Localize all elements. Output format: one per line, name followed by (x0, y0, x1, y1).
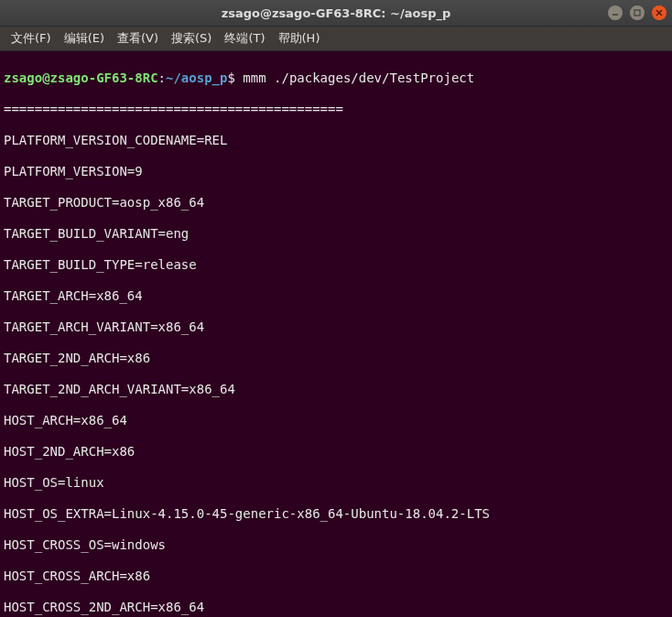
env-line: HOST_CROSS_ARCH=x86 (4, 568, 668, 584)
terminal-area[interactable]: zsago@zsago-GF63-8RC:~/aosp_p$ mmm ./pac… (0, 51, 672, 617)
minimize-button[interactable] (608, 5, 623, 20)
prompt-colon: : (158, 70, 166, 85)
env-line: HOST_CROSS_2ND_ARCH=x86_64 (4, 600, 668, 615)
separator-top: ========================================… (4, 102, 668, 117)
env-line: HOST_CROSS_OS=windows (4, 537, 668, 553)
menu-view[interactable]: 查看(V) (112, 28, 164, 49)
menu-file[interactable]: 文件(F) (5, 28, 57, 49)
env-line: TARGET_2ND_ARCH=x86 (4, 351, 668, 366)
prompt-dollar: $ (227, 70, 234, 85)
env-line: TARGET_ARCH_VARIANT=x86_64 (4, 319, 668, 335)
maximize-button[interactable] (630, 5, 645, 20)
close-button[interactable] (652, 5, 667, 20)
env-line: PLATFORM_VERSION_CODENAME=REL (4, 133, 668, 148)
window-controls (608, 5, 667, 20)
titlebar: zsago@zsago-GF63-8RC: ~/aosp_p (0, 0, 672, 27)
env-line: TARGET_ARCH=x86_64 (4, 288, 668, 304)
env-line: TARGET_2ND_ARCH_VARIANT=x86_64 (4, 382, 668, 397)
env-line: TARGET_PRODUCT=aosp_x86_64 (4, 195, 668, 211)
env-line: TARGET_BUILD_TYPE=release (4, 257, 668, 273)
prompt-path: ~/aosp_p (166, 70, 227, 85)
env-line: HOST_OS_EXTRA=Linux-4.15.0-45-generic-x8… (4, 506, 668, 522)
terminal-line: zsago@zsago-GF63-8RC:~/aosp_p$ mmm ./pac… (4, 70, 668, 86)
menu-search[interactable]: 搜索(S) (166, 28, 217, 49)
env-line: TARGET_BUILD_VARIANT=eng (4, 226, 668, 242)
command-text: mmm ./packages/dev/TestProject (243, 70, 474, 85)
menu-terminal[interactable]: 终端(T) (219, 28, 270, 49)
menu-help[interactable]: 帮助(H) (273, 28, 326, 49)
env-line: HOST_OS=linux (4, 475, 668, 491)
prompt-userhost: zsago@zsago-GF63-8RC (4, 70, 158, 85)
window-title: zsago@zsago-GF63-8RC: ~/aosp_p (222, 6, 451, 20)
menu-edit[interactable]: 编辑(E) (59, 28, 110, 49)
env-line: PLATFORM_VERSION=9 (4, 164, 668, 179)
env-line: HOST_ARCH=x86_64 (4, 413, 668, 428)
env-line: HOST_2ND_ARCH=x86 (4, 444, 668, 460)
svg-rect-1 (634, 10, 640, 16)
menubar: 文件(F) 编辑(E) 查看(V) 搜索(S) 终端(T) 帮助(H) (0, 27, 672, 51)
